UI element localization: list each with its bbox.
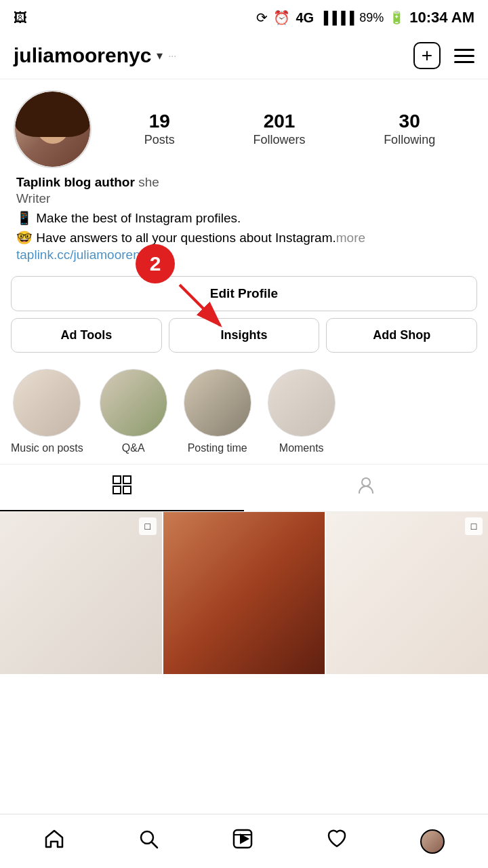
- bio-external-link[interactable]: taplink.cc/juliamoorenyc: [16, 248, 153, 262]
- hamburger-line-1: [454, 49, 474, 51]
- grid-icon: [113, 475, 131, 499]
- highlight-circle-4: [268, 369, 336, 437]
- reels-icon: [232, 828, 253, 854]
- tab-grid[interactable]: [0, 465, 244, 511]
- edit-profile-button[interactable]: Edit Profile: [11, 276, 477, 311]
- annotation-number: 2: [150, 252, 161, 275]
- image-icon: 🖼: [14, 10, 27, 26]
- svg-marker-10: [241, 835, 248, 843]
- followers-count: 201: [264, 111, 296, 132]
- avatar[interactable]: [14, 90, 92, 168]
- bio-pronoun: she: [138, 175, 159, 189]
- rotate-icon: ⟳: [256, 9, 268, 26]
- svg-rect-2: [113, 486, 121, 494]
- ad-tools-button[interactable]: Ad Tools: [11, 318, 162, 353]
- signal-bars: ▐▐▐▐: [319, 11, 354, 25]
- highlight-circle-3: [184, 369, 251, 437]
- alarm-icon: ⏰: [273, 9, 290, 26]
- bio-name-line: Taplink blog author she: [16, 175, 472, 190]
- nav-reels[interactable]: [221, 823, 264, 860]
- network-label: 4G: [296, 10, 314, 26]
- home-icon: [43, 828, 65, 854]
- highlight-label-3: Posting time: [188, 442, 247, 454]
- svg-rect-1: [123, 476, 131, 484]
- insights-button[interactable]: Insights: [169, 318, 320, 353]
- nav-profile[interactable]: [409, 824, 455, 859]
- action-buttons-row: Ad Tools Insights Add Shop: [11, 318, 477, 353]
- menu-button[interactable]: [454, 49, 474, 63]
- highlight-music-on-posts[interactable]: Music on posts: [11, 369, 83, 454]
- nav-search[interactable]: [127, 823, 170, 860]
- status-right: ⟳ ⏰ 4G ▐▐▐▐ 89% 🔋 10:34 AM: [256, 9, 474, 26]
- svg-rect-3: [123, 486, 131, 494]
- stats-row: 19 Posts 201 Followers 30 Following: [105, 111, 474, 148]
- battery-label: 89%: [359, 11, 384, 25]
- save-icon-1: □: [139, 517, 157, 535]
- following-stat[interactable]: 30 Following: [384, 111, 435, 148]
- post-cell-1[interactable]: □: [0, 512, 162, 674]
- bottom-nav: [0, 814, 488, 868]
- following-label: Following: [384, 133, 435, 147]
- nav-home[interactable]: [33, 823, 76, 860]
- avatar-image: [15, 92, 90, 167]
- hamburger-line-3: [454, 61, 474, 63]
- tab-tagged[interactable]: [244, 465, 488, 511]
- highlight-posting-time[interactable]: Posting time: [184, 369, 251, 454]
- svg-line-8: [152, 842, 157, 848]
- svg-point-4: [362, 478, 370, 486]
- heart-icon: [326, 828, 348, 854]
- chevron-down-icon: ▾: [157, 48, 163, 63]
- save-icon-3: □: [465, 517, 483, 535]
- buttons-section: Edit Profile Ad Tools Insights Add Shop: [0, 269, 488, 359]
- add-shop-button[interactable]: Add Shop: [326, 318, 477, 353]
- bio-section: Taplink blog author she Writer 📱 Make th…: [14, 175, 474, 262]
- bio-display-name: Taplink blog author: [16, 175, 135, 189]
- profile-avatar-small: [420, 829, 445, 854]
- posts-grid: □ □: [0, 512, 488, 674]
- top-nav: juliamoorenyc ▾ ··· +: [0, 35, 488, 79]
- add-post-button[interactable]: +: [413, 42, 441, 69]
- posts-label: Posts: [144, 133, 175, 147]
- highlight-circle-2: [100, 369, 167, 437]
- plus-icon: +: [422, 45, 432, 66]
- svg-rect-0: [113, 476, 121, 484]
- highlight-qa[interactable]: Q&A: [100, 369, 167, 454]
- search-icon: [138, 828, 159, 854]
- bio-more-link[interactable]: more: [336, 231, 365, 245]
- following-count: 30: [399, 111, 420, 132]
- nav-icons: +: [413, 42, 474, 69]
- hamburger-line-2: [454, 55, 474, 57]
- post-cell-2[interactable]: [163, 512, 325, 674]
- battery-icon: 🔋: [389, 10, 404, 25]
- status-left: 🖼: [14, 10, 27, 26]
- followers-label: Followers: [253, 133, 305, 147]
- followers-stat[interactable]: 201 Followers: [253, 111, 305, 148]
- username-dropdown[interactable]: juliamoorenyc ▾ ···: [14, 44, 176, 67]
- highlight-label-2: Q&A: [122, 442, 145, 454]
- bio-line2-text: 🤓 Have answers to all your questions abo…: [16, 231, 336, 245]
- annotation-badge: 2: [136, 244, 175, 283]
- posts-count: 19: [149, 111, 170, 132]
- post-cell-3[interactable]: □: [326, 512, 488, 674]
- tabs-row: [0, 464, 488, 512]
- highlight-circle-1: [13, 369, 81, 437]
- profile-top: 19 Posts 201 Followers 30 Following: [14, 90, 474, 168]
- bio-text-2: 🤓 Have answers to all your questions abo…: [16, 229, 472, 248]
- highlight-label-1: Music on posts: [11, 442, 83, 454]
- time-display: 10:34 AM: [409, 9, 474, 26]
- highlights-section: Music on posts Q&A Posting time Moments: [0, 359, 488, 464]
- posts-stat[interactable]: 19 Posts: [144, 111, 175, 148]
- highlight-moments[interactable]: Moments: [268, 369, 336, 454]
- lock-icon: ···: [168, 50, 176, 61]
- tagged-icon: [357, 475, 375, 499]
- nav-activity[interactable]: [315, 823, 359, 860]
- bio-text-1: 📱 Make the best of Instagram profiles.: [16, 209, 472, 229]
- highlight-label-4: Moments: [279, 442, 324, 454]
- status-bar: 🖼 ⟳ ⏰ 4G ▐▐▐▐ 89% 🔋 10:34 AM: [0, 0, 488, 35]
- profile-section: 19 Posts 201 Followers 30 Following Tapl…: [0, 79, 488, 269]
- bio-occupation: Writer: [16, 191, 472, 206]
- username-text: juliamoorenyc: [14, 44, 151, 67]
